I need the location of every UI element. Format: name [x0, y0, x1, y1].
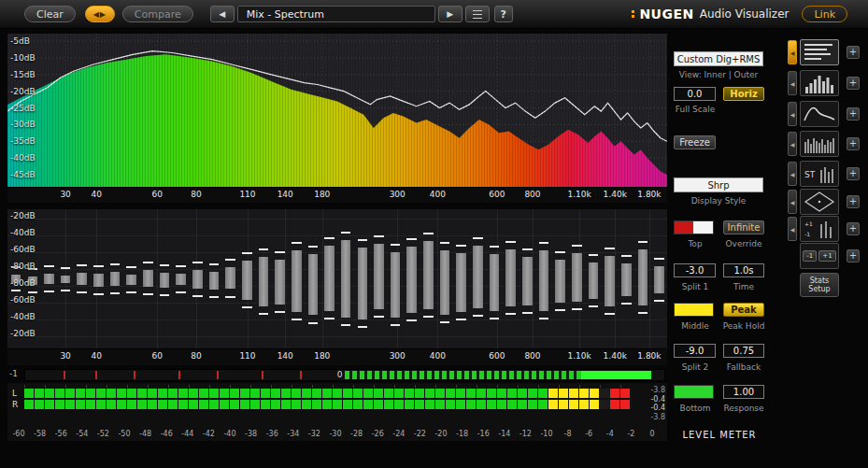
slot1-expand-button[interactable]: ◀: [788, 40, 797, 64]
histogram-bar: [490, 254, 500, 310]
meter-block: [456, 400, 465, 409]
full-scale-field[interactable]: 0.0: [674, 87, 716, 101]
correlation-meter[interactable]: -1 0: [7, 367, 667, 381]
range-min-dash: [358, 326, 368, 328]
display-slot-8: -1 +1 +: [785, 243, 867, 269]
infinite-button[interactable]: Infinite: [723, 220, 764, 234]
split2-field[interactable]: -9.0: [674, 344, 716, 358]
stats-setup-line2: Setup: [808, 285, 830, 293]
freeze-button[interactable]: Freeze: [674, 135, 716, 149]
gridline: [322, 209, 323, 349]
freq-tick-label: 1.80k: [637, 351, 661, 361]
ab-swap-button[interactable]: ◀▶: [85, 6, 115, 22]
minus-one-button[interactable]: -1: [803, 250, 817, 262]
link-button[interactable]: Link: [802, 6, 847, 22]
meter-block: [600, 400, 609, 409]
display-style-select[interactable]: Shrp: [674, 177, 763, 192]
slot1-thumbnail-button[interactable]: [800, 39, 839, 65]
freq-tick-label: 180: [314, 190, 330, 199]
slot4-expand-button[interactable]: ◀: [788, 132, 797, 156]
slot2-thumbnail-button[interactable]: [800, 70, 839, 96]
scale-tick-label: -20: [434, 430, 447, 438]
freq-tick-label: 600: [489, 190, 505, 199]
preset-selector[interactable]: Mix - Spectrum: [237, 6, 435, 22]
slot7-add-button[interactable]: +: [847, 222, 860, 235]
range-min-dash: [176, 291, 186, 293]
compare-button[interactable]: Compare: [122, 6, 193, 22]
time-label: Time: [719, 282, 768, 291]
stats-setup-button[interactable]: Stats Setup: [800, 273, 839, 297]
scale-tick-label: -34: [287, 430, 299, 438]
display-selector-sidebar: ◀ + ◀: [785, 34, 867, 463]
response-field[interactable]: 1.00: [723, 385, 764, 399]
slot3-thumbnail-button[interactable]: [800, 101, 839, 127]
slot7-thumbnail-button[interactable]: +1 -1: [800, 216, 839, 242]
playlist-button[interactable]: [465, 6, 490, 22]
meter-block: [333, 389, 342, 398]
range-max-dash: [638, 241, 648, 243]
range-min-dash: [11, 290, 21, 291]
range-min-dash: [638, 312, 648, 314]
top-color-swatch[interactable]: [674, 220, 714, 234]
slot5-thumbnail-button[interactable]: ST: [800, 161, 839, 187]
slot5-expand-button[interactable]: ◀: [788, 162, 797, 186]
meter-block: [65, 389, 75, 398]
meter-block: [158, 389, 167, 398]
previous-preset-button[interactable]: ◀: [210, 6, 235, 22]
spectrum-display[interactable]: -5dB-10dB-15dB-20dB-25dB-30dB-35dB-40dB-…: [7, 34, 667, 203]
level-meter-display[interactable]: L R -3.8-0.4-0.4-3.8 -60-58-56-54-52-50-…: [7, 383, 667, 441]
scale-tick-label: -52: [97, 430, 109, 438]
view-mode-toggle[interactable]: View: Inner | Outer: [671, 70, 766, 79]
top-label: Top: [671, 239, 719, 248]
slot6-expand-button[interactable]: ◀: [788, 190, 797, 214]
display-slot-5: ◀ ST +: [785, 161, 867, 187]
range-min-dash: [192, 295, 203, 297]
bottom-color-swatch[interactable]: [674, 385, 714, 399]
range-max-dash: [539, 242, 549, 244]
plus-one-button[interactable]: +1: [818, 250, 835, 262]
freq-tick-label: 110: [239, 190, 255, 199]
range-min-dash: [522, 312, 533, 314]
slot1-add-button[interactable]: +: [847, 46, 860, 59]
nugen-visualizer-window: Clear ◀▶ Compare ◀ Mix - Spectrum ▶ ? NU…: [0, 0, 868, 468]
correlation-track: 0: [24, 369, 665, 381]
meter-block: [302, 400, 311, 409]
meter-block: [446, 389, 455, 398]
meter-block: [466, 400, 476, 409]
horiz-toggle-button[interactable]: Horiz: [723, 87, 764, 101]
slot4-thumbnail-button[interactable]: [800, 131, 839, 157]
histogram-bar: [110, 272, 121, 286]
meter-block: [271, 400, 280, 409]
meter-block: [548, 389, 558, 398]
slot2-expand-button[interactable]: ◀: [788, 71, 797, 95]
clear-button[interactable]: Clear: [24, 6, 76, 22]
histogram-bar: [242, 261, 252, 300]
peak-hold-mode-button[interactable]: Peak: [723, 303, 764, 317]
meter-block: [456, 389, 465, 398]
meter-block: [425, 400, 434, 409]
slot7-expand-button[interactable]: ◀: [788, 217, 797, 241]
slot6-thumbnail-button[interactable]: [800, 189, 839, 215]
slot3-add-button[interactable]: +: [847, 107, 860, 121]
scale-tick-label: -6: [585, 430, 592, 438]
split1-field[interactable]: -3.0: [674, 263, 716, 277]
meter-block: [24, 389, 34, 398]
slot8-add-button[interactable]: +: [847, 249, 860, 262]
meter-block: [446, 400, 455, 409]
middle-color-swatch[interactable]: [674, 303, 714, 317]
toolbar: Clear ◀▶ Compare ◀ Mix - Spectrum ▶ ? NU…: [0, 0, 868, 29]
slot8-thumbnail-button[interactable]: -1 +1: [800, 243, 839, 269]
help-button[interactable]: ?: [494, 6, 513, 22]
slot2-add-button[interactable]: +: [847, 77, 860, 90]
histogram-display[interactable]: -20dB-40dB-60dB-80dB-80dB-60dB-40dB-20dB…: [7, 209, 667, 365]
slot6-add-button[interactable]: +: [847, 195, 860, 208]
slot4-add-button[interactable]: +: [847, 137, 860, 150]
fallback-field[interactable]: 0.75: [723, 344, 764, 358]
scale-mode-select[interactable]: Custom Dig+RMS: [674, 51, 763, 66]
play-button[interactable]: ▶: [438, 6, 462, 22]
slot5-add-button[interactable]: +: [847, 167, 860, 180]
slot3-expand-button[interactable]: ◀: [788, 102, 797, 126]
time-field[interactable]: 1.0s: [723, 263, 764, 277]
meter-block: [230, 400, 239, 409]
meter-block: [261, 389, 270, 398]
